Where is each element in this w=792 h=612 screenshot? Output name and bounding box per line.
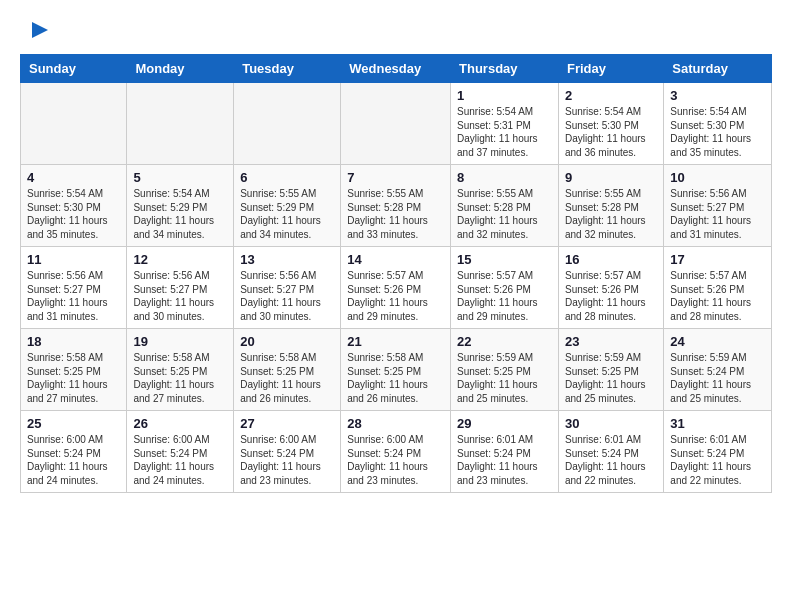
day-info: Sunrise: 6:00 AM Sunset: 5:24 PM Dayligh… bbox=[27, 433, 120, 487]
calendar-cell bbox=[341, 83, 451, 165]
calendar-cell: 10Sunrise: 5:56 AM Sunset: 5:27 PM Dayli… bbox=[664, 165, 772, 247]
day-info: Sunrise: 6:01 AM Sunset: 5:24 PM Dayligh… bbox=[670, 433, 765, 487]
day-number: 20 bbox=[240, 334, 334, 349]
calendar-header-tuesday: Tuesday bbox=[234, 55, 341, 83]
calendar-cell: 22Sunrise: 5:59 AM Sunset: 5:25 PM Dayli… bbox=[451, 329, 559, 411]
day-number: 23 bbox=[565, 334, 657, 349]
calendar-header-wednesday: Wednesday bbox=[341, 55, 451, 83]
day-number: 14 bbox=[347, 252, 444, 267]
calendar-header-sunday: Sunday bbox=[21, 55, 127, 83]
day-info: Sunrise: 5:56 AM Sunset: 5:27 PM Dayligh… bbox=[133, 269, 227, 323]
day-number: 7 bbox=[347, 170, 444, 185]
day-number: 28 bbox=[347, 416, 444, 431]
calendar-week-0: 1Sunrise: 5:54 AM Sunset: 5:31 PM Daylig… bbox=[21, 83, 772, 165]
day-info: Sunrise: 5:56 AM Sunset: 5:27 PM Dayligh… bbox=[240, 269, 334, 323]
calendar-cell: 25Sunrise: 6:00 AM Sunset: 5:24 PM Dayli… bbox=[21, 411, 127, 493]
day-number: 4 bbox=[27, 170, 120, 185]
day-info: Sunrise: 5:59 AM Sunset: 5:25 PM Dayligh… bbox=[565, 351, 657, 405]
calendar-cell: 31Sunrise: 6:01 AM Sunset: 5:24 PM Dayli… bbox=[664, 411, 772, 493]
calendar-cell: 27Sunrise: 6:00 AM Sunset: 5:24 PM Dayli… bbox=[234, 411, 341, 493]
calendar-cell: 6Sunrise: 5:55 AM Sunset: 5:29 PM Daylig… bbox=[234, 165, 341, 247]
calendar-cell: 19Sunrise: 5:58 AM Sunset: 5:25 PM Dayli… bbox=[127, 329, 234, 411]
calendar-cell: 14Sunrise: 5:57 AM Sunset: 5:26 PM Dayli… bbox=[341, 247, 451, 329]
calendar-cell: 21Sunrise: 5:58 AM Sunset: 5:25 PM Dayli… bbox=[341, 329, 451, 411]
day-number: 24 bbox=[670, 334, 765, 349]
calendar-cell: 20Sunrise: 5:58 AM Sunset: 5:25 PM Dayli… bbox=[234, 329, 341, 411]
calendar-cell: 5Sunrise: 5:54 AM Sunset: 5:29 PM Daylig… bbox=[127, 165, 234, 247]
day-number: 6 bbox=[240, 170, 334, 185]
day-info: Sunrise: 6:01 AM Sunset: 5:24 PM Dayligh… bbox=[457, 433, 552, 487]
day-number: 10 bbox=[670, 170, 765, 185]
calendar-week-4: 25Sunrise: 6:00 AM Sunset: 5:24 PM Dayli… bbox=[21, 411, 772, 493]
calendar-week-3: 18Sunrise: 5:58 AM Sunset: 5:25 PM Dayli… bbox=[21, 329, 772, 411]
day-info: Sunrise: 5:57 AM Sunset: 5:26 PM Dayligh… bbox=[670, 269, 765, 323]
day-number: 9 bbox=[565, 170, 657, 185]
calendar-cell bbox=[127, 83, 234, 165]
day-info: Sunrise: 5:58 AM Sunset: 5:25 PM Dayligh… bbox=[240, 351, 334, 405]
calendar-cell bbox=[21, 83, 127, 165]
calendar-cell: 18Sunrise: 5:58 AM Sunset: 5:25 PM Dayli… bbox=[21, 329, 127, 411]
day-number: 27 bbox=[240, 416, 334, 431]
day-info: Sunrise: 5:55 AM Sunset: 5:28 PM Dayligh… bbox=[565, 187, 657, 241]
day-info: Sunrise: 6:00 AM Sunset: 5:24 PM Dayligh… bbox=[240, 433, 334, 487]
day-info: Sunrise: 6:00 AM Sunset: 5:24 PM Dayligh… bbox=[133, 433, 227, 487]
day-number: 16 bbox=[565, 252, 657, 267]
day-number: 2 bbox=[565, 88, 657, 103]
day-info: Sunrise: 5:54 AM Sunset: 5:30 PM Dayligh… bbox=[565, 105, 657, 159]
calendar-cell: 26Sunrise: 6:00 AM Sunset: 5:24 PM Dayli… bbox=[127, 411, 234, 493]
day-number: 22 bbox=[457, 334, 552, 349]
day-number: 31 bbox=[670, 416, 765, 431]
calendar-cell: 7Sunrise: 5:55 AM Sunset: 5:28 PM Daylig… bbox=[341, 165, 451, 247]
day-number: 26 bbox=[133, 416, 227, 431]
day-info: Sunrise: 6:00 AM Sunset: 5:24 PM Dayligh… bbox=[347, 433, 444, 487]
day-number: 21 bbox=[347, 334, 444, 349]
calendar-cell bbox=[234, 83, 341, 165]
day-number: 25 bbox=[27, 416, 120, 431]
calendar-cell: 4Sunrise: 5:54 AM Sunset: 5:30 PM Daylig… bbox=[21, 165, 127, 247]
day-info: Sunrise: 5:56 AM Sunset: 5:27 PM Dayligh… bbox=[27, 269, 120, 323]
calendar-table: SundayMondayTuesdayWednesdayThursdayFrid… bbox=[20, 54, 772, 493]
day-number: 18 bbox=[27, 334, 120, 349]
calendar-cell: 13Sunrise: 5:56 AM Sunset: 5:27 PM Dayli… bbox=[234, 247, 341, 329]
calendar-cell: 30Sunrise: 6:01 AM Sunset: 5:24 PM Dayli… bbox=[558, 411, 663, 493]
day-number: 30 bbox=[565, 416, 657, 431]
calendar-cell: 9Sunrise: 5:55 AM Sunset: 5:28 PM Daylig… bbox=[558, 165, 663, 247]
day-number: 29 bbox=[457, 416, 552, 431]
day-number: 8 bbox=[457, 170, 552, 185]
day-info: Sunrise: 5:57 AM Sunset: 5:26 PM Dayligh… bbox=[457, 269, 552, 323]
calendar-header-saturday: Saturday bbox=[664, 55, 772, 83]
day-info: Sunrise: 5:58 AM Sunset: 5:25 PM Dayligh… bbox=[347, 351, 444, 405]
calendar-header-thursday: Thursday bbox=[451, 55, 559, 83]
calendar-cell: 8Sunrise: 5:55 AM Sunset: 5:28 PM Daylig… bbox=[451, 165, 559, 247]
calendar-week-1: 4Sunrise: 5:54 AM Sunset: 5:30 PM Daylig… bbox=[21, 165, 772, 247]
calendar-cell: 23Sunrise: 5:59 AM Sunset: 5:25 PM Dayli… bbox=[558, 329, 663, 411]
day-info: Sunrise: 5:54 AM Sunset: 5:30 PM Dayligh… bbox=[27, 187, 120, 241]
day-number: 5 bbox=[133, 170, 227, 185]
day-number: 13 bbox=[240, 252, 334, 267]
calendar-cell: 28Sunrise: 6:00 AM Sunset: 5:24 PM Dayli… bbox=[341, 411, 451, 493]
calendar-cell: 3Sunrise: 5:54 AM Sunset: 5:30 PM Daylig… bbox=[664, 83, 772, 165]
day-info: Sunrise: 5:55 AM Sunset: 5:29 PM Dayligh… bbox=[240, 187, 334, 241]
calendar-cell: 2Sunrise: 5:54 AM Sunset: 5:30 PM Daylig… bbox=[558, 83, 663, 165]
day-info: Sunrise: 5:59 AM Sunset: 5:25 PM Dayligh… bbox=[457, 351, 552, 405]
day-number: 19 bbox=[133, 334, 227, 349]
calendar-cell: 11Sunrise: 5:56 AM Sunset: 5:27 PM Dayli… bbox=[21, 247, 127, 329]
day-info: Sunrise: 5:54 AM Sunset: 5:29 PM Dayligh… bbox=[133, 187, 227, 241]
day-info: Sunrise: 5:56 AM Sunset: 5:27 PM Dayligh… bbox=[670, 187, 765, 241]
day-number: 15 bbox=[457, 252, 552, 267]
day-info: Sunrise: 5:59 AM Sunset: 5:24 PM Dayligh… bbox=[670, 351, 765, 405]
calendar-header-friday: Friday bbox=[558, 55, 663, 83]
day-info: Sunrise: 5:57 AM Sunset: 5:26 PM Dayligh… bbox=[347, 269, 444, 323]
day-info: Sunrise: 5:54 AM Sunset: 5:31 PM Dayligh… bbox=[457, 105, 552, 159]
day-number: 1 bbox=[457, 88, 552, 103]
calendar-header-row: SundayMondayTuesdayWednesdayThursdayFrid… bbox=[21, 55, 772, 83]
calendar-week-2: 11Sunrise: 5:56 AM Sunset: 5:27 PM Dayli… bbox=[21, 247, 772, 329]
day-info: Sunrise: 5:54 AM Sunset: 5:30 PM Dayligh… bbox=[670, 105, 765, 159]
calendar-header-monday: Monday bbox=[127, 55, 234, 83]
header bbox=[20, 16, 772, 44]
day-info: Sunrise: 5:57 AM Sunset: 5:26 PM Dayligh… bbox=[565, 269, 657, 323]
calendar-cell: 1Sunrise: 5:54 AM Sunset: 5:31 PM Daylig… bbox=[451, 83, 559, 165]
day-number: 11 bbox=[27, 252, 120, 267]
day-info: Sunrise: 5:58 AM Sunset: 5:25 PM Dayligh… bbox=[133, 351, 227, 405]
logo-icon bbox=[24, 16, 52, 44]
